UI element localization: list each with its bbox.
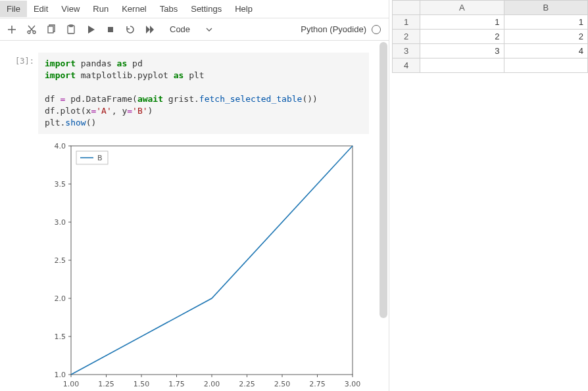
- svg-rect-6: [71, 146, 353, 375]
- svg-text:2.25: 2.25: [239, 380, 255, 388]
- row-header[interactable]: 1: [393, 15, 420, 30]
- cell[interactable]: 3: [420, 44, 504, 58]
- col-header-A[interactable]: A: [420, 1, 504, 15]
- stop-button[interactable]: [101, 21, 120, 38]
- cell-type-label: Code: [170, 24, 190, 34]
- svg-rect-2: [48, 26, 53, 33]
- svg-text:2.50: 2.50: [274, 380, 291, 388]
- row-header[interactable]: 2: [393, 30, 420, 44]
- svg-text:3.00: 3.00: [345, 380, 360, 388]
- copy-button[interactable]: [42, 21, 61, 38]
- menu-settings[interactable]: Settings: [184, 1, 228, 17]
- svg-text:3.5: 3.5: [55, 180, 66, 189]
- svg-text:1.50: 1.50: [134, 380, 150, 388]
- menu-run[interactable]: Run: [86, 1, 115, 17]
- kernel-status-icon[interactable]: [372, 25, 381, 34]
- cell[interactable]: 4: [504, 44, 588, 58]
- cell[interactable]: 2: [420, 30, 504, 44]
- menubar: FileEditViewRunKernelTabsSettingsHelp: [0, 0, 389, 18]
- scrollbar[interactable]: [380, 42, 387, 318]
- corner-cell[interactable]: [393, 1, 420, 15]
- jupyter-pane: FileEditViewRunKernelTabsSettingsHelp Co…: [0, 0, 389, 391]
- paste-button[interactable]: [62, 21, 80, 38]
- svg-text:2.75: 2.75: [309, 380, 326, 388]
- cell[interactable]: 1: [504, 15, 588, 30]
- kernel-name[interactable]: Python (Pyodide): [301, 24, 366, 34]
- svg-text:1.0: 1.0: [55, 371, 66, 379]
- svg-text:1.5: 1.5: [55, 333, 66, 341]
- svg-text:3.0: 3.0: [55, 218, 66, 227]
- col-header-B[interactable]: B: [504, 1, 588, 15]
- menu-view[interactable]: View: [55, 1, 86, 17]
- menu-kernel[interactable]: Kernel: [115, 1, 153, 17]
- spreadsheet[interactable]: AB1112223344: [392, 0, 588, 73]
- row-header[interactable]: 4: [393, 58, 420, 73]
- menu-edit[interactable]: Edit: [27, 1, 55, 17]
- table-row[interactable]: 111: [393, 15, 588, 30]
- menu-tabs[interactable]: Tabs: [153, 1, 184, 17]
- cell-type-select[interactable]: Code: [164, 22, 215, 37]
- run-button[interactable]: [82, 21, 100, 38]
- cut-button[interactable]: [22, 21, 41, 38]
- spreadsheet-pane: AB1112223344: [389, 0, 588, 391]
- cell-prompt: [3]:: [0, 53, 38, 134]
- row-header[interactable]: 3: [393, 44, 420, 58]
- svg-text:2.0: 2.0: [55, 294, 66, 303]
- matplotlib-plot: 1.01.52.02.53.03.54.01.001.251.501.752.0…: [38, 138, 360, 391]
- svg-text:2.5: 2.5: [55, 256, 66, 265]
- restart-button[interactable]: [121, 21, 139, 38]
- add-cell-button[interactable]: [3, 21, 21, 38]
- menu-file[interactable]: File: [0, 1, 27, 17]
- cell[interactable]: [504, 58, 588, 73]
- svg-text:1.00: 1.00: [63, 380, 80, 388]
- menu-help[interactable]: Help: [228, 1, 259, 17]
- table-row[interactable]: 334: [393, 44, 588, 58]
- cell[interactable]: 2: [504, 30, 588, 44]
- svg-text:2.00: 2.00: [204, 380, 220, 388]
- cell[interactable]: [420, 58, 504, 73]
- run-all-button[interactable]: [141, 21, 159, 38]
- code-cell[interactable]: [3]: import pandas as pd import matplotl…: [0, 53, 389, 134]
- svg-text:1.75: 1.75: [168, 380, 185, 388]
- chevron-down-icon: [206, 26, 212, 33]
- svg-point-1: [33, 31, 36, 34]
- table-row[interactable]: 222: [393, 30, 588, 44]
- table-row[interactable]: 4: [393, 58, 588, 73]
- cell[interactable]: 1: [420, 15, 504, 30]
- svg-text:1.25: 1.25: [98, 380, 114, 388]
- notebook-body: [3]: import pandas as pd import matplotl…: [0, 41, 389, 391]
- svg-point-0: [28, 31, 30, 34]
- code-editor[interactable]: import pandas as pd import matplotlib.py…: [38, 53, 369, 134]
- toolbar: Code Python (Pyodide): [0, 18, 389, 41]
- svg-text:4.0: 4.0: [55, 142, 66, 150]
- svg-text:B: B: [97, 154, 103, 162]
- cell-output: 1.01.52.02.53.03.54.01.001.251.501.752.0…: [0, 134, 389, 391]
- svg-rect-5: [108, 27, 113, 32]
